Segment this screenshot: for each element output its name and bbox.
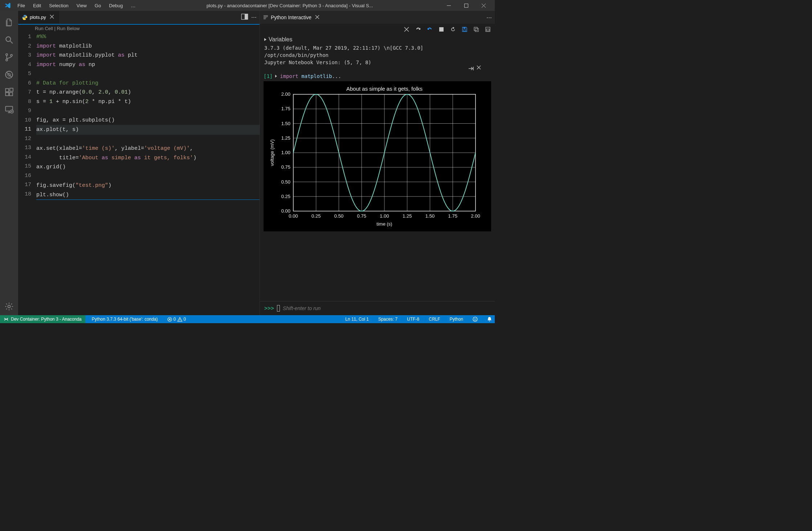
status-notifications[interactable] (484, 317, 495, 322)
split-icon (241, 13, 248, 20)
window-controls (440, 0, 492, 11)
input-prompt: >>> (264, 305, 274, 312)
svg-point-3 (6, 54, 8, 55)
step-icon (468, 65, 474, 72)
menu-edit[interactable]: Edit (29, 1, 45, 10)
minimize-button[interactable] (440, 0, 457, 11)
status-eol[interactable]: CRLF (426, 317, 443, 322)
expand-icon (485, 26, 491, 32)
status-language[interactable]: Python (447, 317, 466, 322)
svg-rect-18 (464, 30, 466, 31)
svg-rect-0 (447, 5, 451, 6)
cell-step-button[interactable] (468, 65, 474, 73)
save-button[interactable] (461, 26, 468, 33)
svg-text:1.75: 1.75 (281, 106, 290, 111)
menu-bar: File Edit Selection View Go Debug … (14, 1, 139, 10)
main-area: plots.py ··· Run Cell | Run Below (0, 11, 495, 315)
editor-body[interactable]: 123456789101112131415161718 #%%import ma… (18, 32, 260, 315)
warning-icon (178, 317, 182, 322)
status-interpreter[interactable]: Python 3.7.3 64-bit ('base': conda) (89, 317, 161, 322)
env-info-line1: 3.7.3 (default, Mar 27 2019, 22:11:17) \… (260, 44, 495, 52)
stop-icon (439, 27, 444, 32)
env-info-line2: /opt/conda/bin/python (260, 52, 495, 59)
interrupt-button[interactable] (438, 26, 445, 33)
chevron-right-icon (264, 38, 267, 41)
delete-all-button[interactable] (403, 26, 410, 33)
branch-icon (4, 53, 14, 62)
svg-rect-16 (245, 14, 248, 20)
extensions-icon (4, 87, 14, 97)
status-remote-label: Dev Container: Python 3 - Anaconda (11, 317, 82, 322)
activity-debug[interactable] (0, 66, 18, 83)
menu-view[interactable]: View (73, 1, 90, 10)
codelens-bar: Run Cell | Run Below (18, 24, 260, 32)
menu-overflow[interactable]: … (127, 1, 139, 10)
editor-tab-label: plots.py (30, 15, 46, 20)
menu-go[interactable]: Go (91, 1, 105, 10)
svg-text:0.75: 0.75 (281, 164, 290, 170)
status-feedback[interactable] (470, 317, 481, 322)
menu-debug[interactable]: Debug (105, 1, 126, 10)
status-remote[interactable]: Dev Container: Python 3 - Anaconda (0, 315, 85, 323)
codelens-run-below[interactable]: Run Below (57, 26, 79, 31)
status-indent[interactable]: Spaces: 7 (375, 317, 400, 322)
gear-icon (4, 302, 14, 311)
activity-settings[interactable] (0, 298, 18, 315)
editor-more-button[interactable]: ··· (251, 13, 257, 21)
activity-remote[interactable] (0, 101, 18, 118)
debug-icon (4, 70, 14, 79)
svg-text:0.25: 0.25 (311, 213, 321, 219)
remote-icon (4, 317, 9, 322)
svg-rect-24 (267, 84, 481, 229)
files-icon (4, 18, 14, 27)
interactive-toolbar (260, 24, 495, 35)
interactive-more-button[interactable]: ··· (486, 14, 492, 21)
undo-button[interactable] (427, 26, 433, 33)
interactive-tab-label: Python Interactive (271, 15, 311, 20)
variables-header[interactable]: Variables (260, 35, 495, 44)
status-problems[interactable]: 0 0 (164, 317, 189, 322)
code-area[interactable]: #%%import matplotlibimport matplotlib.py… (36, 32, 260, 315)
svg-point-68 (474, 318, 475, 319)
status-cursor[interactable]: Ln 11, Col 1 (342, 317, 372, 322)
status-encoding[interactable]: UTF-8 (404, 317, 422, 322)
svg-text:0.25: 0.25 (281, 194, 290, 199)
svg-text:0.00: 0.00 (289, 213, 298, 219)
cell-close-button[interactable] (477, 65, 481, 73)
interactive-tab-close[interactable] (314, 15, 321, 20)
redo-button[interactable] (415, 26, 421, 33)
codelens-run-cell[interactable]: Run Cell (35, 26, 53, 31)
activity-extensions[interactable] (0, 83, 18, 101)
env-info-line3: Jupyter Notebook Version: (5, 7, 8) (260, 59, 495, 66)
editor-tab-close[interactable] (48, 15, 56, 20)
maximize-button[interactable] (458, 0, 474, 11)
editor-tab-bar: plots.py ··· (18, 11, 260, 24)
smiley-icon (473, 317, 478, 322)
line-gutter: 123456789101112131415161718 (18, 32, 36, 315)
close-button[interactable] (475, 0, 492, 11)
activity-scm[interactable] (0, 49, 18, 66)
interactive-tab[interactable]: Python Interactive (271, 15, 321, 20)
svg-point-67 (473, 317, 477, 321)
status-warning-count: 0 (184, 317, 186, 322)
chevron-right-icon[interactable] (275, 74, 278, 78)
export-button[interactable] (473, 26, 480, 33)
menu-file[interactable]: File (14, 1, 29, 10)
restart-icon (450, 26, 456, 32)
close-icon (50, 15, 54, 19)
activity-explorer[interactable] (0, 14, 18, 31)
svg-point-69 (476, 318, 476, 319)
expand-button[interactable] (485, 26, 491, 33)
svg-text:0.50: 0.50 (334, 213, 343, 219)
menu-selection[interactable]: Selection (45, 1, 72, 10)
activity-search[interactable] (0, 31, 18, 49)
svg-rect-1 (464, 4, 468, 7)
interactive-tab-bar: Python Interactive ··· (260, 11, 495, 24)
editor-pane: plots.py ··· Run Cell | Run Below (18, 11, 260, 315)
svg-text:1.00: 1.00 (380, 213, 389, 219)
python-file-icon (22, 15, 28, 20)
interactive-input-row[interactable]: >>> Shift-enter to run (260, 301, 495, 315)
restart-button[interactable] (450, 26, 456, 33)
editor-tab-plots[interactable]: plots.py (18, 11, 60, 24)
split-editor-button[interactable] (241, 13, 248, 21)
